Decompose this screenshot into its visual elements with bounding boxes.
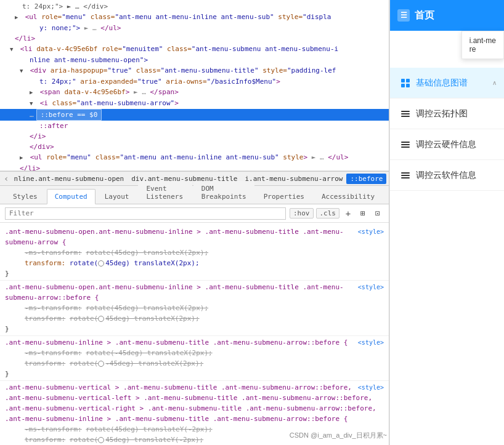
- dom-attr: class=: [52, 99, 77, 107]
- rule-source[interactable]: <style>: [358, 382, 384, 393]
- dom-line[interactable]: </li>: [0, 33, 389, 44]
- breadcrumb-item-1[interactable]: nline.ant-menu-submenu-open: [10, 174, 128, 184]
- tab-bar: Styles Computed Layout Event Listeners D…: [0, 186, 389, 204]
- dom-line[interactable]: t: 24px;" aria-expanded="true" aria-owns…: [0, 76, 389, 87]
- topology-icon: [400, 108, 411, 119]
- dom-equals: == $0: [77, 111, 97, 119]
- dom-attr-val: "ant-menu-submenu ant-menu-submenu-i: [192, 45, 338, 53]
- dom-tag: </ul>: [100, 24, 121, 32]
- triangle-icon: ▼: [10, 44, 16, 55]
- prop-name[interactable]: transform:: [25, 359, 65, 367]
- dom-tag: </span>: [150, 88, 178, 96]
- dom-attr: role=: [41, 13, 62, 21]
- dom-line[interactable]: ▼ <i class="ant-menu-submenu-arrow">: [0, 98, 389, 109]
- dom-attr-val: "ant-menu ant-menu-inline ant-menu-sub": [120, 153, 278, 161]
- dom-line[interactable]: ::after: [0, 121, 389, 131]
- rule-selector-line[interactable]: <style> .ant-menu-submenu-vertical > .an…: [5, 382, 384, 424]
- menu-icon: ☰: [400, 11, 407, 20]
- dom-attr: aria-expanded=: [80, 78, 137, 86]
- dom-line-selected[interactable]: … ::before == $0: [0, 109, 389, 121]
- dom-attr: style=: [278, 13, 303, 21]
- prop-name[interactable]: -ms-transform:: [25, 249, 82, 257]
- nav-header[interactable]: ☰ 首页: [390, 0, 504, 31]
- filter-input[interactable]: [5, 207, 286, 220]
- prop-name[interactable]: -ms-transform:: [25, 349, 82, 357]
- triangle-icon: ▼: [20, 66, 26, 76]
- dom-attr-val: "displa: [303, 13, 331, 21]
- svg-rect-9: [401, 146, 410, 148]
- tab-layout[interactable]: Layout: [97, 189, 137, 204]
- dom-line[interactable]: </li>: [0, 163, 389, 171]
- tab-computed[interactable]: Computed: [47, 189, 96, 204]
- hardware-icon: [400, 139, 411, 150]
- rule-selector-line[interactable]: <style> .ant-menu-submenu-inline > .ant-…: [5, 337, 384, 348]
- svg-rect-1: [406, 79, 410, 82]
- dom-line[interactable]: </i>: [0, 131, 389, 142]
- rule-property: transform: rotate(45deg) translateX(2px)…: [5, 313, 384, 324]
- dom-line[interactable]: </div>: [0, 142, 389, 152]
- prop-name[interactable]: -ms-transform:: [25, 304, 82, 312]
- dom-tag: </li>: [15, 34, 35, 42]
- nav-item-topology[interactable]: 调控云拓扑图: [390, 98, 504, 129]
- svg-rect-4: [401, 111, 410, 112]
- prop-name[interactable]: -ms-transform:: [25, 425, 82, 433]
- nav-item-software[interactable]: 调控云软件信息: [390, 160, 504, 191]
- rule-source[interactable]: <style>: [358, 282, 384, 292]
- svg-rect-11: [401, 175, 410, 176]
- prop-name[interactable]: transform:: [25, 259, 65, 267]
- svg-rect-0: [401, 79, 405, 82]
- color-swatch: [98, 437, 104, 443]
- rule-selector-line[interactable]: <style> .ant-menu-submenu-open.ant-menu-…: [5, 282, 384, 303]
- dom-attr-val: "ant-menu-submenu-title": [161, 66, 259, 74]
- tab-accessibility[interactable]: Accessibility: [314, 189, 383, 204]
- nav-item-hardware[interactable]: 调控云硬件信息: [390, 129, 504, 160]
- dom-line[interactable]: ▼ <div aria-haspopup="true" class="ant-m…: [0, 65, 389, 76]
- cls-button[interactable]: .cls: [316, 208, 340, 218]
- dom-line[interactable]: ▶ <ul role="menu" class="ant-menu ant-me…: [0, 12, 389, 23]
- toggle-view-button-2[interactable]: ⊡: [372, 207, 384, 220]
- dom-tag: <span: [40, 88, 60, 96]
- breadcrumb-item-before[interactable]: ::before: [346, 174, 386, 184]
- rule-selector-line[interactable]: <style> .ant-menu-submenu-open.ant-menu-…: [5, 227, 384, 247]
- nav-item-basic-info[interactable]: 基础信息图谱 ∧: [390, 68, 504, 98]
- svg-rect-3: [406, 84, 410, 87]
- dom-tag: </div>: [30, 143, 54, 151]
- dom-line[interactable]: nline ant-menu-submenu-open">: [0, 55, 389, 65]
- dom-line[interactable]: t: 24px;"> ► … </div>: [0, 1, 389, 12]
- prop-value: rotate(45deg) translateX(2px);: [70, 259, 200, 267]
- prop-name[interactable]: transform:: [25, 315, 65, 323]
- rule-source[interactable]: <style>: [358, 227, 384, 237]
- prop-name[interactable]: transform:: [25, 436, 65, 444]
- dom-line[interactable]: y: none;"> ► … </ul>: [0, 23, 389, 33]
- breadcrumb-left-icon[interactable]: ‹: [2, 174, 10, 183]
- tab-dom-breakpoints[interactable]: DOM Breakpoints: [193, 181, 254, 204]
- breadcrumb-item-3[interactable]: i.ant-menu-submenu-arrow: [241, 174, 346, 184]
- nav-item-label: 调控云硬件信息: [416, 139, 476, 150]
- dom-tag: >: [303, 153, 307, 161]
- toggle-view-button-1[interactable]: ⊞: [357, 207, 369, 220]
- color-swatch: [98, 316, 104, 322]
- breadcrumb-right-icon[interactable]: ›: [386, 174, 389, 183]
- dom-attr: role=: [46, 153, 67, 161]
- dom-line[interactable]: ▶ <span data-v-4c95e6bf> ► … </span>: [0, 87, 389, 98]
- nav-panel: ☰ 首页 i.ant-mere 基础信息图谱 ∧: [389, 0, 504, 445]
- dom-tag: >: [276, 78, 280, 86]
- rule-close: }: [5, 324, 384, 334]
- rule-source[interactable]: <style>: [358, 337, 384, 348]
- tab-event-listeners[interactable]: Event Listeners: [138, 181, 192, 204]
- dom-ellipsis: ► …: [134, 88, 150, 96]
- tab-properties[interactable]: Properties: [256, 189, 312, 204]
- dom-line[interactable]: ▼ <li data-v-4c95e6bf role="menuitem" cl…: [0, 44, 389, 55]
- add-style-button[interactable]: +: [342, 207, 354, 220]
- dom-attr-val: "padding-lef: [287, 66, 336, 74]
- dom-line[interactable]: ▶ <ul role="menu" class="ant-menu ant-me…: [0, 152, 389, 163]
- rule-property: transform: rotate(-45deg) translateX(2px…: [5, 358, 384, 369]
- dom-ellipsis: ► …: [312, 153, 328, 161]
- svg-rect-12: [401, 177, 410, 178]
- prop-value: rotate(45deg) translateX(2px);: [70, 315, 200, 323]
- collapse-icon[interactable]: ∧: [489, 78, 499, 88]
- tab-styles[interactable]: Styles: [5, 189, 46, 204]
- hov-button[interactable]: :hov: [290, 208, 314, 218]
- dom-attr-val: "/basicInfo$Menu": [207, 78, 277, 86]
- rule-property: -ms-transform: rotate(45deg) translateX(…: [5, 247, 384, 258]
